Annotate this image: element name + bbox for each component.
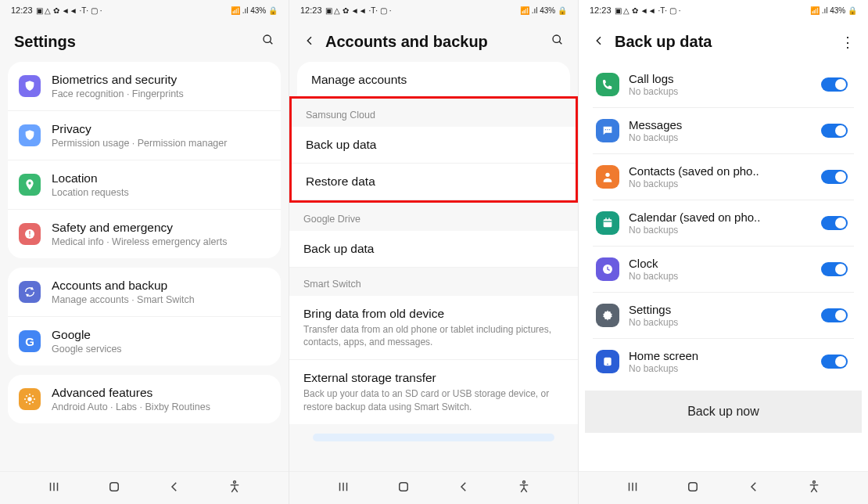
nav-back-icon[interactable] xyxy=(747,480,761,497)
row-sub: Permission usage · Permission manager xyxy=(52,138,270,149)
navbar xyxy=(289,471,578,504)
svg-point-7 xyxy=(29,394,30,395)
toggle[interactable] xyxy=(821,262,848,276)
svg-rect-42 xyxy=(608,218,609,220)
row-external-storage[interactable]: External storage transfer Back up your d… xyxy=(289,360,578,423)
section-label-google-drive: Google Drive xyxy=(289,203,578,231)
toggle[interactable] xyxy=(821,77,848,92)
nav-accessibility-icon[interactable] xyxy=(807,480,821,497)
row-google[interactable]: G Google Google services xyxy=(8,317,281,365)
row-accounts-backup[interactable]: Accounts and backup Manage accounts · Sm… xyxy=(8,268,281,317)
gear-icon xyxy=(596,304,619,327)
svg-line-22 xyxy=(232,488,235,491)
svg-rect-4 xyxy=(29,231,30,235)
svg-point-46 xyxy=(607,364,608,365)
screen-back-up-data: 12:23 ▣ △ ✿ ◄◄ ·T· ▢ · 📶 .ıl 43% 🔒 Back … xyxy=(579,0,868,504)
row-calendar[interactable]: Calendar (saved on pho.. No backups xyxy=(593,200,854,247)
row-messages[interactable]: Messages No backups xyxy=(593,108,854,154)
row-gd-back-up-data[interactable]: Back up data xyxy=(289,231,578,268)
row-home-screen[interactable]: Home screen No backups xyxy=(593,339,854,384)
back-up-now-button[interactable]: Back up now xyxy=(585,391,862,433)
svg-point-51 xyxy=(813,481,816,483)
nav-back-icon[interactable] xyxy=(457,480,471,497)
row-sub: Medical info · Wireless emergency alerts xyxy=(52,236,270,247)
row-manage-accounts[interactable]: Manage accounts xyxy=(297,62,570,99)
back-icon[interactable] xyxy=(303,33,316,51)
svg-point-24 xyxy=(553,35,560,42)
toggle[interactable] xyxy=(821,216,848,230)
row-bring-data[interactable]: Bring data from old device Transfer data… xyxy=(289,296,578,360)
svg-rect-18 xyxy=(110,482,119,491)
row-biometrics[interactable]: Biometrics and security Face recognition… xyxy=(8,62,281,111)
row-restore-data[interactable]: Restore data xyxy=(292,164,576,200)
row-title: Location xyxy=(52,171,270,185)
row-contacts[interactable]: Contacts (saved on pho.. No backups xyxy=(593,154,854,200)
toggle[interactable] xyxy=(821,124,848,138)
toggle[interactable] xyxy=(821,308,848,322)
row-privacy[interactable]: Privacy Permission usage · Permission ma… xyxy=(8,111,281,160)
nav-back-icon[interactable] xyxy=(167,480,181,497)
section-label-smart-switch: Smart Switch xyxy=(289,268,578,296)
nav-home-icon[interactable] xyxy=(396,480,411,497)
nav-accessibility-icon[interactable] xyxy=(517,480,531,497)
row-sub: Location requests xyxy=(52,187,270,198)
message-icon xyxy=(596,119,619,142)
row-sub: Android Auto · Labs · Bixby Routines xyxy=(52,401,270,412)
svg-point-12 xyxy=(32,395,34,397)
more-icon[interactable]: ⋮ xyxy=(841,34,854,51)
row-call-logs[interactable]: Call logs No backups xyxy=(593,62,854,108)
row-back-up-data[interactable]: Back up data xyxy=(292,127,576,164)
back-icon[interactable] xyxy=(593,33,605,51)
status-time: 12:23 xyxy=(590,5,612,15)
row-sub: No backups xyxy=(629,317,821,328)
row-title: External storage transfer xyxy=(303,371,564,385)
nav-home-icon[interactable] xyxy=(686,480,700,497)
row-clock[interactable]: Clock No backups xyxy=(593,247,854,293)
search-icon[interactable] xyxy=(551,34,564,50)
status-indicators: ▣ △ ✿ ◄◄ ·T· ▢ · xyxy=(325,6,392,15)
nav-recents-icon[interactable] xyxy=(336,480,350,497)
svg-line-23 xyxy=(235,488,238,491)
row-title: Privacy xyxy=(52,122,270,136)
row-title: Back up data xyxy=(306,138,561,152)
status-time: 12:23 xyxy=(11,5,33,15)
row-sub: Face recognition · Fingerprints xyxy=(52,88,270,99)
row-sub: No backups xyxy=(629,363,821,374)
nav-recents-icon[interactable] xyxy=(47,480,61,497)
svg-point-36 xyxy=(607,129,608,130)
screen-accounts-backup: 12:23 ▣ △ ✿ ◄◄ ·T· ▢ · 📶 .ıl 43% 🔒 Accou… xyxy=(289,0,579,504)
statusbar: 12:23 ▣ △ ✿ ◄◄ ·T· ▢ · 📶 .ıl 43% 🔒 xyxy=(579,0,868,20)
toggle[interactable] xyxy=(821,170,848,184)
row-sub: No backups xyxy=(629,225,821,236)
row-advanced-features[interactable]: Advanced features Android Auto · Labs · … xyxy=(8,375,281,423)
status-right: 📶 .ıl 43% 🔒 xyxy=(810,6,857,15)
shield-icon xyxy=(19,124,41,146)
row-location[interactable]: Location Location requests xyxy=(8,160,281,210)
toggle[interactable] xyxy=(821,355,848,369)
svg-point-11 xyxy=(26,395,27,397)
page-title: Back up data xyxy=(615,33,841,51)
nav-accessibility-icon[interactable] xyxy=(228,480,242,497)
svg-point-37 xyxy=(609,129,610,130)
row-desc: Transfer data from an old phone or table… xyxy=(303,323,564,348)
svg-point-35 xyxy=(605,129,606,130)
row-title: Manage accounts xyxy=(311,73,556,87)
nav-recents-icon[interactable] xyxy=(626,480,640,497)
scroll-pill xyxy=(313,434,554,441)
row-sub: Manage accounts · Smart Switch xyxy=(52,294,270,305)
row-settings[interactable]: Settings No backups xyxy=(593,293,854,339)
svg-point-19 xyxy=(234,481,236,483)
search-icon[interactable] xyxy=(262,34,274,50)
row-title: Messages xyxy=(629,118,821,131)
highlight-samsung-cloud: Samsung Cloud Back up data Restore data xyxy=(289,96,578,203)
page-title: Accounts and backup xyxy=(325,33,551,51)
svg-rect-29 xyxy=(400,482,408,491)
row-sub: No backups xyxy=(629,132,821,143)
header: Accounts and backup xyxy=(289,20,578,62)
row-safety[interactable]: Safety and emergency Medical info · Wire… xyxy=(8,210,281,258)
status-right: 📶 .ıl 43% 🔒 xyxy=(231,6,278,15)
svg-rect-41 xyxy=(605,218,606,220)
row-sub: No backups xyxy=(629,178,821,189)
nav-home-icon[interactable] xyxy=(107,480,121,497)
svg-point-0 xyxy=(264,35,271,42)
